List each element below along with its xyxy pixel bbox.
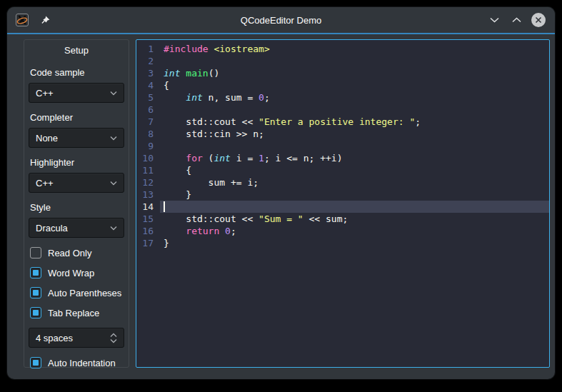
line-number: 15	[136, 213, 160, 225]
code-line[interactable]: 2	[136, 55, 549, 67]
code-sample-label: Code sample	[30, 67, 123, 78]
code-line[interactable]: 1#include <iostream>	[136, 43, 549, 55]
tab-size-value: 4 spaces	[36, 333, 73, 343]
completer-label: Completer	[30, 112, 123, 123]
code-line[interactable]: 11 {	[136, 164, 549, 176]
checkbox-indicator	[30, 287, 41, 298]
close-button[interactable]	[531, 12, 546, 28]
auto-indentation-checkbox[interactable]: Auto Indentation	[30, 357, 123, 368]
line-number: 11	[136, 164, 160, 176]
code-token: i =	[231, 153, 259, 164]
line-number: 12	[136, 176, 160, 189]
spinner-arrows[interactable]	[110, 333, 117, 343]
chevron-up-icon	[512, 17, 521, 23]
line-number: 6	[136, 104, 160, 116]
code-line[interactable]: 10 for (int i = 1; i <= n; ++i)	[136, 152, 549, 164]
code-line[interactable]: 17}	[136, 237, 549, 249]
code-token	[219, 226, 225, 236]
highlighter-select[interactable]: C++	[29, 173, 124, 193]
code-token: {	[164, 165, 191, 176]
tab-replace-checkbox[interactable]: Tab Replace	[30, 307, 123, 318]
line-number: 9	[136, 140, 160, 152]
pin-icon[interactable]	[39, 14, 51, 26]
titlebar: QCodeEditor Demo	[7, 7, 555, 34]
code-token: }	[164, 238, 169, 248]
setup-group-body: Code sampleC++CompleterNoneHighlighterC+…	[29, 67, 124, 368]
minimize-button[interactable]	[486, 12, 502, 28]
chevron-down-icon	[110, 91, 117, 96]
line-number: 16	[136, 225, 160, 237]
style-label: Style	[30, 202, 123, 213]
code-editor[interactable]: 1#include <iostream>23int main()4{5 int …	[136, 39, 550, 368]
checkbox-indicator	[30, 357, 41, 368]
code-line[interactable]: 12 sum += i;	[136, 176, 549, 189]
setup-group-title: Setup	[29, 44, 124, 56]
word-wrap-checkbox[interactable]: Word Wrap	[30, 267, 123, 278]
code-line-text: }	[160, 189, 549, 201]
code-token: std::cout <<	[164, 213, 259, 224]
checkbox-check-fill	[33, 270, 39, 276]
code-token: main	[186, 68, 208, 79]
code-token	[164, 226, 186, 236]
code-token: std::cin >> n;	[164, 129, 264, 139]
app-icon[interactable]	[16, 14, 29, 26]
code-token: 0	[225, 226, 231, 236]
code-token: ;	[264, 92, 270, 103]
code-token: << sum;	[303, 213, 348, 224]
code-token: for	[186, 153, 202, 164]
code-token: #include	[164, 44, 209, 54]
highlighter-value: C++	[36, 178, 54, 189]
chevron-down-icon	[110, 181, 117, 186]
tab-size-select[interactable]: 4 spaces	[29, 328, 124, 348]
code-token: ;	[415, 116, 421, 127]
line-number: 17	[136, 237, 160, 249]
code-sample-select[interactable]: C++	[29, 83, 124, 103]
code-token: sum += i;	[164, 177, 259, 188]
code-line-text: {	[160, 164, 549, 176]
window: QCodeEditor Demo Se	[7, 7, 555, 379]
code-line-text: std::cout << "Sum = " << sum;	[160, 213, 549, 225]
code-line[interactable]: 5 int n, sum = 0;	[136, 91, 549, 104]
chevron-down-icon	[110, 136, 117, 141]
completer-select[interactable]: None	[29, 128, 124, 148]
code-token: "Sum = "	[259, 213, 303, 224]
code-token	[164, 153, 186, 164]
spinner-down-icon	[110, 338, 117, 343]
code-line-text: std::cin >> n;	[160, 128, 549, 140]
line-number: 8	[136, 128, 160, 140]
code-line[interactable]: 13 }	[136, 189, 549, 201]
line-number: 3	[136, 67, 160, 79]
code-line[interactable]: 14	[136, 201, 549, 213]
code-token: n, sum =	[203, 92, 259, 103]
code-line[interactable]: 4{	[136, 79, 549, 91]
code-line[interactable]: 9	[136, 140, 549, 152]
close-icon	[531, 13, 546, 27]
code-line[interactable]: 7 std::cout << "Enter a positive integer…	[136, 116, 549, 128]
code-line[interactable]: 6	[136, 104, 549, 116]
code-token: ()	[209, 68, 220, 79]
line-number: 13	[136, 189, 160, 201]
main-content: Setup Code sampleC++CompleterNoneHighlig…	[7, 34, 555, 378]
code-line-text	[160, 55, 549, 67]
checkbox-indicator	[30, 247, 41, 258]
window-title: QCodeEditor Demo	[7, 15, 555, 26]
spinner-up-icon	[110, 333, 117, 338]
code-line[interactable]: 3int main()	[136, 67, 549, 79]
code-token: 1	[259, 153, 264, 164]
code-line[interactable]: 16 return 0;	[136, 225, 549, 237]
line-number: 4	[136, 79, 160, 91]
code-line-text	[160, 140, 549, 152]
style-select[interactable]: Dracula	[29, 218, 124, 238]
code-line-text: #include <iostream>	[160, 43, 549, 55]
word-wrap-label: Word Wrap	[48, 268, 94, 278]
chevron-down-icon	[490, 17, 499, 23]
window-controls	[486, 12, 546, 28]
auto-parentheses-checkbox[interactable]: Auto Parentheses	[30, 287, 123, 298]
line-number: 10	[136, 152, 160, 164]
code-line[interactable]: 8 std::cin >> n;	[136, 128, 549, 140]
maximize-button[interactable]	[508, 12, 524, 28]
code-line-text	[160, 104, 549, 116]
checkbox-indicator	[30, 267, 41, 278]
read-only-checkbox[interactable]: Read Only	[30, 247, 123, 258]
code-line[interactable]: 15 std::cout << "Sum = " << sum;	[136, 213, 549, 225]
